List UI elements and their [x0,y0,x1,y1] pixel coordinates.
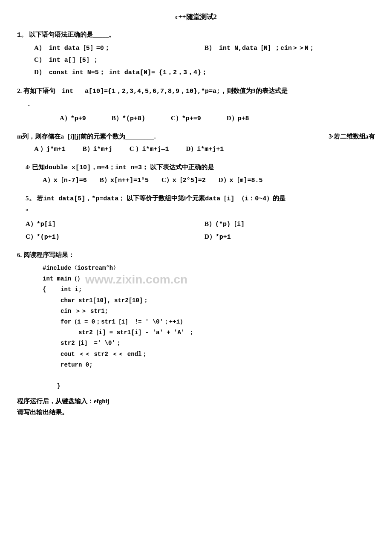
code-line-10: return 0; [43,360,375,370]
code-line-2: int main（） [43,274,375,284]
q6-footer1: 程序运行后，从键盘输入：efghij [17,396,375,407]
q3-text: m列，则存储在a［i][j]前的元素个数为_________. [17,131,156,142]
q2-optD: D）p+8 [227,113,249,124]
q1-optB: B） int N,data［N］；cin＞＞N； [205,43,375,54]
q5-number: 5。 [26,195,37,202]
q1-optC: C） int a[]［5］； [34,55,205,66]
code-line-7: str2［i] = str1[i] - 'a' + 'A' ； [43,327,375,338]
code-line-6: for（i = 0；str1［i］ != ' \0'；++i） [43,317,375,327]
q3-optB: B）i*m+j [83,144,112,155]
q3-optD: D）i*m+j+1 [186,144,224,155]
question-6: 6. 阅读程序写结果： #include〈iostream°h〉 int mai… [17,250,375,418]
code-line-12: } [43,381,375,392]
code-line-1: #include〈iostream°h〉 [43,263,375,274]
q4-optD: D）x［m]=8.5 [219,175,263,186]
question-2: 2. 有如下语句 int a[10]={1，2,3,4,5,6,7,8,9，10… [17,86,375,124]
q2-optA: A）*p+9 [60,113,86,124]
question-4: 4· 已知double x[10]，m=4；int n=3； 以下表达式中正确的… [17,162,375,186]
q4-text: 已知double x[10]，m=4；int n=3； 以下表达式中正确的是 [32,164,214,171]
q2-text: 有如下语句 int a[10]={1，2,3,4,5,6,7,8,9，10},*… [23,87,288,94]
q5-optB: B）(*p)［i] [205,219,375,230]
q4-optC: C）x［2°5]=2 [161,175,206,186]
question-5: 5。 若int data[5]，*p=data； 以下等价于数组中第i个元素da… [17,193,375,243]
q6-number: 6. 阅读程序写结果： [17,251,75,258]
q4-number: 4· [26,164,30,171]
q1-number: 1。 [17,32,27,39]
code-line-3: { int i; [43,284,375,295]
q1-text: 以下语句语法正确的是_____。 [29,31,115,38]
code-line-5: cin ＞＞ str1; [43,306,375,317]
q5-optC: C）*(p+i) [26,231,196,243]
question-1: 1。 以下语句语法正确的是_____。 A） int data［5］=0； B）… [17,29,375,79]
code-line-9: cout ＜＜ str2 ＜＜ endl； [43,349,375,360]
q2-optC: C）*p+=9 [171,113,201,124]
q1-optA: A） int data［5］=0； [34,43,205,54]
code-line-11 [43,370,375,381]
q6-code: #include〈iostream°h〉 int main（） { int i;… [43,263,375,392]
q2-number: 2. [17,87,23,94]
q4-optA: A）x［n-7]=6 [43,175,87,186]
q5-optD: D）*p+i [205,231,375,243]
page-title: c++随堂测试2 [17,13,375,22]
q2-optB: B）*(p+8) [112,113,145,124]
code-line-8: str2［i］ =' \0'； [43,338,375,349]
question-3: m列，则存储在a［i][j]前的元素个数为_________. 3·若二维数组a… [17,131,375,155]
q3-optC: C ）i*m+j—1 [130,144,169,155]
q6-footer2: 请写出输出结果。 [17,407,375,418]
q5-text: 若int data[5]，*p=data； 以下等价于数组中第i个元素data［… [37,195,285,202]
q3-optA: A ）j*m+1 [34,144,66,155]
code-line-4: char str1[10], str2[10]； [43,295,375,306]
q3-prefix: 3·若二维数组a有 [329,131,375,142]
q4-optB: B）x[n++]=1°5 [100,175,149,186]
q5-optA: A）*p[i] [26,219,196,230]
q1-optD: D） const int N=5； int data[N]= {1，2，3，4}… [34,67,375,78]
